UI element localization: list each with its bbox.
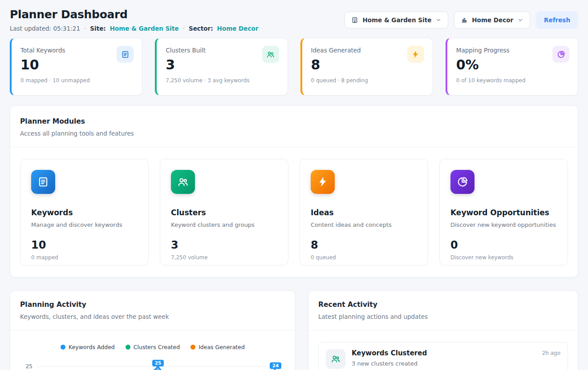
modules-title: Planner Modules [20, 117, 568, 125]
module-description: Keyword clusters and groups [171, 221, 277, 228]
stats-row: Total Keywords 10 0 mapped · 10 unmapped… [10, 38, 578, 96]
stat-value: 3 [166, 57, 278, 72]
stat-card-mapping-progress: Mapping Progress 0% 0 of 10 keywords map… [446, 38, 578, 96]
users-icon [326, 349, 345, 369]
document-icon [31, 170, 55, 194]
svg-text:25: 25 [155, 360, 162, 366]
module-card-ideas[interactable]: Ideas Content ideas and concepts 8 0 que… [300, 159, 428, 265]
chevron-down-icon [517, 17, 523, 23]
legend-dot-green [126, 345, 130, 350]
activity-item-keywords-clustered[interactable]: Keywords Clustered 3 new clusters create… [318, 342, 568, 370]
sector-selector-value: Home Decor [472, 16, 513, 24]
sector-label: Sector: [189, 25, 213, 32]
recent-activity-panel: Recent Activity Latest planning actions … [308, 290, 578, 370]
building-icon [351, 16, 358, 24]
stat-subtitle: 0 queued · 8 pending [311, 77, 424, 84]
meta-separator-2: · [183, 25, 185, 32]
module-title: Keywords [31, 208, 138, 217]
site-label: Site: [90, 25, 105, 32]
stat-title: Total Keywords [20, 47, 133, 54]
recent-activity-title: Recent Activity [318, 301, 568, 309]
topbar: Planner Dashboard Last updated: 05:31:21… [10, 8, 578, 32]
bolt-icon [311, 170, 335, 194]
module-card-keyword-opportunities[interactable]: Keyword Opportunities Discover new keywo… [439, 159, 568, 265]
sector-selector-dropdown[interactable]: Home Decor [454, 12, 530, 28]
module-title: Keyword Opportunities [450, 208, 557, 217]
module-value: 0 [450, 239, 557, 251]
planning-activity-chart: 2524 [37, 358, 284, 370]
stat-value: 8 [311, 57, 424, 72]
legend-item-ideas-generated: Ideas Generated [191, 344, 245, 350]
document-icon [117, 46, 134, 63]
module-subtitle: 0 queued [311, 254, 417, 261]
divider [10, 147, 578, 147]
activity-timestamp: 2h ago [542, 350, 560, 356]
module-description: Content ideas and concepts [311, 221, 417, 228]
planning-activity-header: Planning Activity Keywords, clusters, an… [10, 301, 295, 320]
svg-text:24: 24 [272, 363, 279, 368]
chevron-down-icon [435, 17, 442, 23]
module-card-clusters[interactable]: Clusters Keyword clusters and groups 3 7… [160, 159, 288, 265]
site-selector-value: Home & Garden Site [362, 16, 431, 24]
activity-texts: Keywords Clustered 3 new clusters create… [352, 349, 536, 367]
recent-activity-subtitle: Latest planning actions and updates [318, 313, 568, 320]
y-axis-tick-25: 25 [22, 363, 37, 370]
topbar-actions: Home & Garden Site Home Decor [345, 11, 578, 29]
module-title: Ideas [311, 208, 417, 217]
legend-label: Ideas Generated [199, 344, 245, 350]
users-icon [262, 46, 279, 63]
chart-legend: Keywords Added Clusters Created Ideas Ge… [10, 344, 295, 350]
legend-dot-blue [61, 345, 65, 350]
activity-title: Keywords Clustered [352, 349, 536, 357]
planner-dashboard-page: Planner Dashboard Last updated: 05:31:21… [0, 0, 588, 370]
pie-chart-icon [450, 170, 474, 194]
module-value: 3 [171, 239, 277, 251]
legend-dot-orange [191, 345, 195, 350]
meta-line: Last updated: 05:31:21 · Site: Home & Ga… [10, 25, 258, 32]
modules-subtitle: Access all planning tools and features [20, 130, 568, 137]
module-card-keywords[interactable]: Keywords Manage and discover keywords 10… [20, 159, 149, 265]
bar-chart-icon [461, 16, 468, 24]
recent-activity-header: Recent Activity Latest planning actions … [308, 301, 578, 320]
legend-item-keywords-added: Keywords Added [61, 344, 115, 350]
module-value: 8 [311, 239, 417, 251]
stat-subtitle: 7,250 volume · 3 avg keywords [166, 77, 278, 84]
bolt-icon [407, 46, 424, 63]
module-subtitle: Discover new keywords [450, 254, 557, 261]
stat-subtitle: 0 of 10 keywords mapped [456, 77, 569, 84]
module-title: Clusters [171, 208, 277, 217]
activity-description: 3 new clusters created [352, 360, 536, 367]
stat-title: Clusters Built [166, 47, 278, 54]
pie-chart-icon [552, 46, 569, 63]
stat-value: 0% [456, 57, 569, 72]
divider [10, 330, 295, 330]
legend-item-clusters-created: Clusters Created [126, 344, 180, 350]
planner-modules-section: Planner Modules Access all planning tool… [10, 105, 578, 278]
sector-link[interactable]: Home Decor [217, 25, 259, 32]
bottom-row: Planning Activity Keywords, clusters, an… [10, 290, 578, 370]
planning-activity-title: Planning Activity [20, 301, 285, 309]
modules-grid: Keywords Manage and discover keywords 10… [10, 159, 578, 265]
stat-subtitle: 0 mapped · 10 unmapped [20, 77, 133, 84]
legend-label: Clusters Created [134, 344, 180, 350]
module-subtitle: 7,250 volume [171, 254, 277, 261]
meta-separator: · [84, 25, 86, 32]
planning-activity-panel: Planning Activity Keywords, clusters, an… [10, 290, 296, 370]
modules-header: Planner Modules Access all planning tool… [10, 117, 578, 137]
module-description: Discover new keyword opportunities [450, 221, 557, 228]
chart-area: 25 2524 [10, 358, 295, 370]
stat-title: Ideas Generated [311, 47, 424, 54]
stat-card-ideas-generated: Ideas Generated 8 0 queued · 8 pending [300, 38, 433, 96]
stat-card-clusters-built: Clusters Built 3 7,250 volume · 3 avg ke… [155, 38, 288, 96]
module-subtitle: 0 mapped [31, 254, 138, 261]
module-description: Manage and discover keywords [31, 221, 138, 228]
last-updated-text: Last updated: 05:31:21 [10, 25, 80, 32]
refresh-button[interactable]: Refresh [536, 11, 578, 29]
module-value: 10 [31, 239, 138, 251]
users-icon [171, 170, 195, 194]
recent-activity-list: Keywords Clustered 3 new clusters create… [308, 330, 578, 370]
stat-value: 10 [20, 57, 133, 72]
planning-activity-subtitle: Keywords, clusters, and ideas over the p… [20, 313, 285, 320]
site-selector-dropdown[interactable]: Home & Garden Site [345, 12, 448, 28]
site-link[interactable]: Home & Garden Site [110, 25, 179, 32]
